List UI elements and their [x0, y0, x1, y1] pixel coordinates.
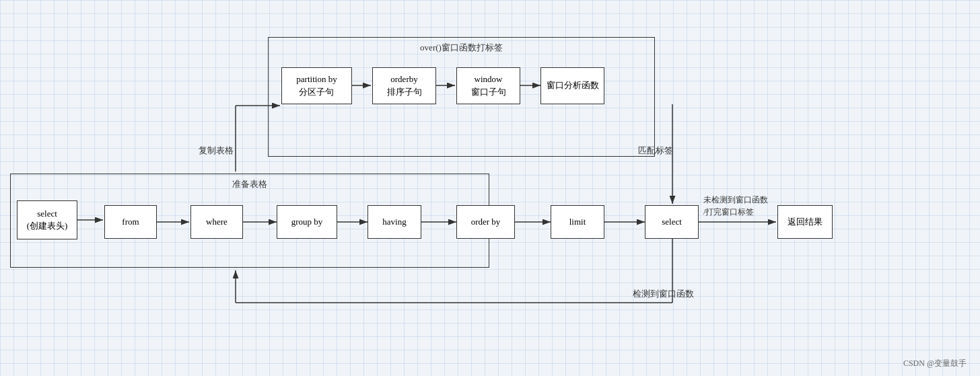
- node-limit: limit: [551, 205, 604, 239]
- over-container-label: over()窗口函数打标签: [420, 42, 503, 54]
- node-limit-label: limit: [569, 216, 586, 228]
- node-winfunc: 窗口分析函数: [540, 67, 604, 104]
- node-groupby-label: group by: [291, 216, 323, 228]
- node-orderby: order by: [456, 205, 515, 239]
- node-orderby2: orderby排序子句: [372, 67, 436, 104]
- node-result: 返回结果: [777, 205, 833, 239]
- node-orderby-label: order by: [471, 216, 501, 228]
- node-winfunc-label: 窗口分析函数: [547, 79, 599, 91]
- node-orderby2-label: orderby排序子句: [387, 73, 422, 98]
- diagram-container: over()窗口函数打标签 准备表格 select(创建表头) from whe…: [0, 0, 980, 376]
- watermark: CSDN @变量鼓手: [903, 358, 967, 369]
- node-from-label: from: [122, 216, 139, 228]
- node-having-label: having: [382, 216, 406, 228]
- node-where-label: where: [206, 216, 228, 228]
- node-window: window窗口子句: [456, 67, 520, 104]
- node-groupby: group by: [277, 205, 337, 239]
- label-detected: 检测到窗口函数: [633, 288, 694, 300]
- node-partition-label: partition by分区子句: [296, 73, 337, 98]
- node-select2: select: [645, 205, 699, 239]
- prepare-container-label: 准备表格: [232, 178, 267, 190]
- node-select1-label: select(创建表头): [27, 208, 68, 232]
- label-not-detected: 未检测到窗口函数/打完窗口标签: [703, 194, 768, 218]
- node-where: where: [190, 205, 243, 239]
- node-window-label: window窗口子句: [471, 73, 506, 98]
- node-select1: select(创建表头): [17, 200, 77, 239]
- label-match: 匹配标签: [638, 145, 673, 157]
- node-from: from: [104, 205, 157, 239]
- node-select2-label: select: [662, 216, 682, 228]
- node-having: having: [368, 205, 421, 239]
- node-result-label: 返回结果: [788, 216, 823, 228]
- label-copy: 复制表格: [199, 145, 234, 157]
- node-partition: partition by分区子句: [281, 67, 352, 104]
